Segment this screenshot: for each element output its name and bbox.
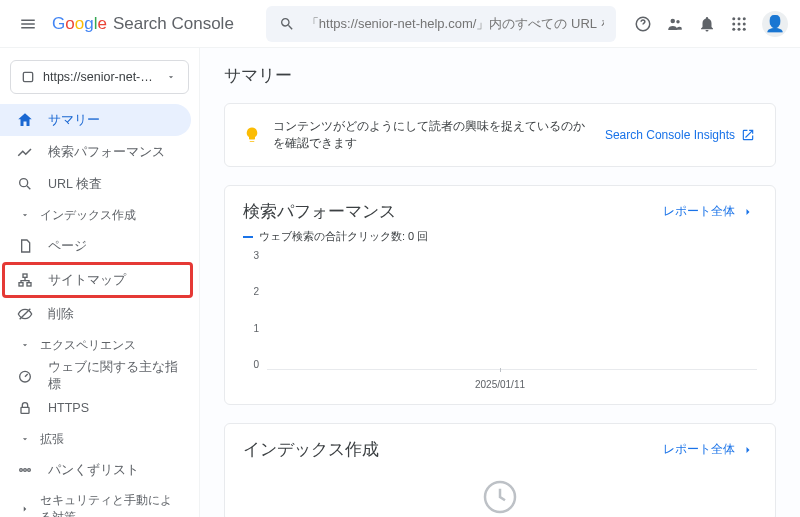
page-title: サマリー (224, 64, 776, 87)
insight-message: コンテンツがどのようにして読者の興味を捉えているのかを確認できます (273, 118, 593, 152)
hamburger-menu-icon[interactable] (12, 8, 44, 40)
y-tick: 1 (243, 323, 259, 334)
caret-down-icon (16, 206, 34, 224)
section-label: 拡張 (40, 431, 64, 448)
page-icon (16, 237, 34, 255)
section-label: インデックス作成 (40, 207, 136, 224)
property-label: https://senior-net-help… (43, 70, 156, 84)
section-indexing[interactable]: インデックス作成 (0, 200, 199, 230)
svg-point-1 (671, 18, 676, 23)
sidebar-item-label: URL 検査 (48, 176, 102, 193)
lock-icon (16, 399, 34, 417)
property-selector[interactable]: https://senior-net-help… (10, 60, 189, 94)
indexing-card: インデックス作成 レポート全体 (224, 423, 776, 517)
svg-point-4 (738, 17, 741, 20)
app-header: Google Search Console 👤 (0, 0, 800, 48)
svg-point-3 (732, 17, 735, 20)
sidebar-item-breadcrumbs[interactable]: パンくずリスト (0, 454, 191, 486)
svg-rect-19 (21, 407, 29, 413)
series-text: ウェブ検索の合計クリック数: 0 回 (259, 229, 428, 244)
card-title: 検索パフォーマンス (243, 200, 396, 223)
sidebar-item-removals[interactable]: 削除 (0, 298, 191, 330)
chevron-right-icon (739, 203, 757, 221)
y-tick: 2 (243, 286, 259, 297)
y-tick: 0 (243, 359, 259, 370)
caret-down-icon (162, 68, 180, 86)
open-in-new-icon (739, 126, 757, 144)
speed-icon (16, 367, 34, 385)
sidebar-item-label: ページ (48, 238, 87, 255)
full-report-link[interactable]: レポート全体 (663, 441, 757, 459)
link-label: レポート全体 (663, 441, 735, 458)
svg-point-22 (28, 469, 31, 472)
search-icon (278, 15, 296, 33)
section-experience[interactable]: エクスペリエンス (0, 330, 199, 360)
breadcrumb-icon (16, 461, 34, 479)
y-tick: 3 (243, 250, 259, 261)
search-icon (16, 175, 34, 193)
link-label: Search Console Insights (605, 128, 735, 142)
people-icon[interactable] (666, 15, 684, 33)
x-tick-label: 2025/01/11 (475, 379, 525, 390)
section-security[interactable]: セキュリティと手動による対策 (0, 486, 199, 517)
main-content: サマリー コンテンツがどのようにして読者の興味を捉えているのかを確認できます S… (200, 48, 800, 517)
x-tick-mark (500, 368, 501, 372)
svg-point-11 (743, 27, 746, 30)
svg-point-21 (24, 469, 27, 472)
y-axis: 3 2 1 0 (243, 250, 263, 370)
sidebar-item-label: サイトマップ (48, 272, 126, 289)
property-icon (19, 68, 37, 86)
card-title: インデックス作成 (243, 438, 379, 461)
hide-icon (16, 305, 34, 323)
sidebar-item-pages[interactable]: ページ (0, 230, 191, 262)
section-label: エクスペリエンス (40, 337, 136, 354)
section-enhancements[interactable]: 拡張 (0, 424, 199, 454)
link-label: レポート全体 (663, 203, 735, 220)
svg-point-7 (738, 22, 741, 25)
header-actions: 👤 (634, 11, 788, 37)
svg-rect-12 (23, 72, 32, 81)
series-legend: ウェブ検索の合計クリック数: 0 回 (243, 229, 757, 244)
series-color-icon (243, 236, 253, 238)
sidebar-item-cwv[interactable]: ウェブに関する主な指標 (0, 360, 191, 392)
svg-point-6 (732, 22, 735, 25)
caret-down-icon (16, 430, 34, 448)
product-name: Search Console (113, 14, 234, 34)
full-report-link[interactable]: レポート全体 (663, 203, 757, 221)
clock-icon (243, 467, 757, 517)
sidebar-item-summary[interactable]: サマリー (0, 104, 191, 136)
bell-icon[interactable] (698, 15, 716, 33)
sidebar-item-performance[interactable]: 検索パフォーマンス (0, 136, 191, 168)
svg-rect-14 (23, 274, 27, 277)
sitemap-icon (16, 271, 34, 289)
insights-card: コンテンツがどのようにして読者の興味を捉えているのかを確認できます Search… (224, 103, 776, 167)
caret-down-icon (16, 336, 34, 354)
performance-chart: 3 2 1 0 2025/01/11 (243, 250, 757, 390)
svg-point-18 (20, 371, 31, 382)
sidebar-item-url-inspect[interactable]: URL 検査 (0, 168, 191, 200)
sidebar-item-sitemaps[interactable]: サイトマップ (2, 262, 193, 298)
svg-rect-15 (19, 283, 23, 286)
chevron-right-icon (739, 441, 757, 459)
trending-icon (16, 143, 34, 161)
section-label: セキュリティと手動による対策 (40, 492, 183, 517)
sidebar-item-label: HTTPS (48, 401, 89, 415)
sidebar-item-https[interactable]: HTTPS (0, 392, 191, 424)
help-icon[interactable] (634, 15, 652, 33)
lightbulb-icon (243, 126, 261, 144)
sidebar-item-label: 検索パフォーマンス (48, 144, 165, 161)
url-inspection-search[interactable] (266, 6, 616, 42)
search-input[interactable] (306, 16, 604, 31)
performance-card: 検索パフォーマンス レポート全体 ウェブ検索の合計クリック数: 0 回 3 2 … (224, 185, 776, 405)
apps-icon[interactable] (730, 15, 748, 33)
svg-point-20 (20, 469, 23, 472)
insights-link[interactable]: Search Console Insights (605, 126, 757, 144)
sidebar-item-label: パンくずリスト (48, 462, 139, 479)
svg-point-9 (732, 27, 735, 30)
avatar[interactable]: 👤 (762, 11, 788, 37)
sidebar-item-label: サマリー (48, 112, 100, 129)
svg-point-10 (738, 27, 741, 30)
sidebar-item-label: ウェブに関する主な指標 (48, 359, 179, 393)
svg-rect-16 (27, 283, 31, 286)
svg-point-2 (676, 20, 679, 23)
